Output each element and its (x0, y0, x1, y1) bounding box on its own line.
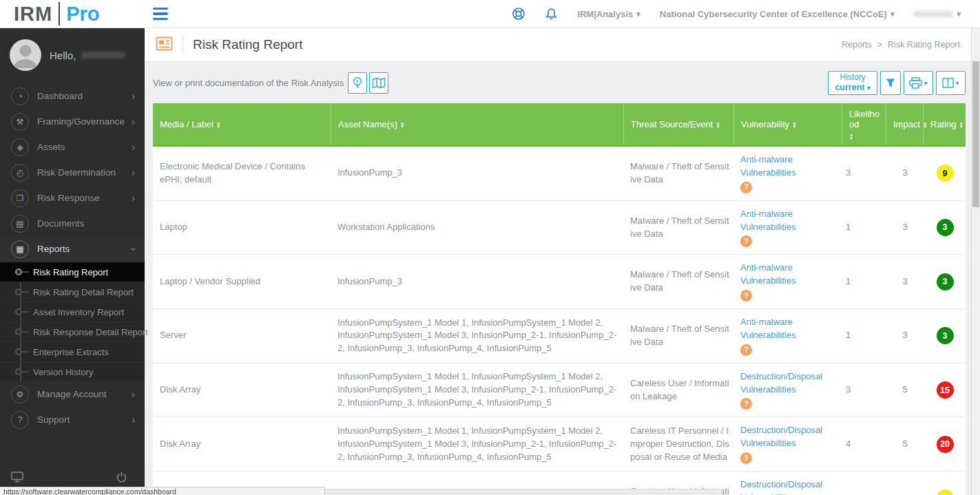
filter-funnel-button[interactable] (880, 71, 901, 95)
cell-rating: 9 (923, 158, 966, 189)
sidebar-item-label: Manage Account (37, 389, 132, 399)
sidebar-item-risk-determination[interactable]: ◴Risk Determination› (0, 160, 145, 185)
vulnerability-link[interactable]: Anti-malware Vulnerabilities (740, 209, 795, 232)
column-header-likelihood[interactable]: Likelihood▲▼ (842, 103, 886, 145)
horizontal-scrollbar-thumb[interactable] (315, 489, 723, 494)
chevron-right-icon: › (132, 116, 135, 127)
vertical-scrollbar[interactable] (971, 28, 980, 495)
sidebar-subitem-risk-rating-detail-report[interactable]: Risk Rating Detail Report (0, 282, 145, 302)
user-name-redacted (913, 11, 953, 17)
column-header-rating[interactable]: Rating▲▼ (923, 103, 966, 145)
sidebar: Hello, ◔Dashboard›⚒Framing/Governance›◈A… (0, 28, 145, 495)
organization-dropdown[interactable]: National Cybersecurity Center of Excelle… (660, 9, 895, 19)
sidebar-item-label: Framing/Governance (37, 116, 132, 127)
cell-media-label: Disk Array (153, 377, 331, 403)
table-header-row: Media / Label▲▼Asset Name(s)▲▼Threat Sou… (153, 103, 966, 147)
cell-likelihood: 1 (842, 268, 886, 295)
sidebar-item-support[interactable]: ?Support› (0, 407, 145, 432)
cell-impact: 3 (886, 268, 923, 295)
cell-media-label: Electronic Medical Device / Contains ePH… (153, 154, 331, 193)
tree-connector (22, 331, 29, 333)
vulnerability-link[interactable]: Destruction/Disposal Vulnerabilities (740, 371, 822, 394)
cell-likelihood: 1 (842, 214, 886, 241)
cell-threat-source: Careless User / Information Leakage (623, 370, 733, 410)
print-dropdown-button[interactable]: ▾ (904, 71, 933, 95)
column-header-impact[interactable]: Impact▲▼ (886, 103, 923, 145)
sort-icon: ▲▼ (216, 121, 220, 128)
help-lifering-icon[interactable] (512, 7, 525, 21)
vulnerability-link[interactable]: Destruction/Disposal Vulnerabilities (740, 479, 822, 495)
column-header-asset-name-s[interactable]: Asset Name(s)▲▼ (331, 103, 623, 145)
sidebar-item-framing-governance[interactable]: ⚒Framing/Governance› (0, 109, 145, 134)
logout-power-icon[interactable] (116, 472, 127, 485)
cell-vulnerability: Anti-malware Vulnerabilities? (733, 255, 842, 308)
columns-dropdown-button[interactable]: ▾ (936, 71, 966, 95)
help-question-icon[interactable]: ? (740, 182, 752, 193)
column-header-label: Threat Source/Event (631, 119, 713, 129)
kiosk-monitor-icon[interactable] (11, 472, 23, 485)
rating-badge: 3 (937, 219, 954, 236)
rating-badge: 8 (937, 489, 954, 495)
sidebar-subitem-asset-inventory-report[interactable]: Asset Inventory Report (0, 302, 145, 322)
gears-icon: ⚙ (11, 386, 29, 403)
cell-asset-names: Workstation Applications (331, 214, 623, 241)
column-header-vulnerability[interactable]: Vulnerability▲▼ (733, 103, 842, 145)
cell-impact: 3 (886, 160, 923, 187)
product-switcher-dropdown[interactable]: IRM|Analysis ▾ (577, 9, 640, 19)
table-row: Laptop / Vendor SuppliedInfusionPump_3Ma… (153, 255, 966, 309)
sidebar-item-assets[interactable]: ◈Assets› (0, 134, 145, 160)
sort-icon: ▲▼ (959, 121, 963, 128)
cell-asset-names: InfusionPump_3 (331, 268, 623, 295)
sidebar-subitem-risk-response-detail-report[interactable]: Risk Response Detail Report (0, 322, 145, 341)
help-question-icon[interactable]: ? (740, 398, 752, 410)
vulnerability-link[interactable]: Anti-malware Vulnerabilities (740, 154, 795, 178)
help-question-icon[interactable]: ? (740, 344, 752, 356)
sidebar-item-manage-account[interactable]: ⚙Manage Account› (0, 381, 145, 407)
sort-icon: ▲▼ (792, 121, 796, 128)
help-question-icon[interactable]: ? (740, 452, 752, 464)
cell-likelihood: 2 (842, 485, 886, 495)
sort-icon: ▲▼ (716, 121, 720, 128)
vulnerability-link[interactable]: Anti-malware Vulnerabilities (740, 317, 795, 340)
cell-likelihood: 1 (842, 322, 886, 349)
clipboard-icon: ❐ (11, 189, 29, 207)
map-documentation-button[interactable] (369, 72, 388, 94)
newspaper-icon: ▦ (11, 240, 29, 258)
sidebar-item-label: Reports (37, 244, 132, 254)
sidebar-nav-top: ◔Dashboard›⚒Framing/Governance›◈Assets›◴… (0, 83, 145, 236)
greeting-text: Hello, (50, 50, 76, 61)
tip-lightbulb-button[interactable] (348, 72, 367, 94)
sidebar-subitem-label: Risk Rating Detail Report (33, 287, 134, 297)
sidebar-subitem-risk-rating-report[interactable]: Risk Rating Report (0, 262, 145, 282)
column-header-threat-source-event[interactable]: Threat Source/Event▲▼ (623, 103, 733, 145)
cell-rating: 3 (923, 320, 966, 351)
risk-rating-table: Media / Label▲▼Asset Name(s)▲▼Threat Sou… (153, 103, 966, 495)
toolbar-hint: View or print documentation of the Risk … (153, 78, 344, 88)
cell-media-label: Laptop (153, 214, 331, 241)
vulnerability-link[interactable]: Anti-malware Vulnerabilities (740, 262, 795, 286)
sidebar-subitem-enterprise-extracts[interactable]: Enterprise Extracts (0, 341, 145, 361)
breadcrumb-separator: > (877, 40, 882, 50)
title-divider (183, 36, 183, 54)
rating-badge: 9 (937, 165, 954, 182)
user-dropdown[interactable]: ▾ (913, 10, 961, 19)
sidebar-item-documents[interactable]: ▤Documents (0, 211, 145, 236)
breadcrumb-reports[interactable]: Reports (842, 40, 872, 50)
column-header-label: Impact (893, 119, 920, 129)
vulnerability-link[interactable]: Destruction/Disposal Vulnerabilities (740, 425, 822, 448)
sidebar-subitem-version-history[interactable]: Version History (0, 361, 145, 381)
notifications-bell-icon[interactable] (545, 7, 558, 21)
cell-rating: 15 (923, 375, 966, 406)
column-header-media-label[interactable]: Media / Label▲▼ (153, 103, 331, 145)
sidebar-item-reports[interactable]: ▦ Reports › (0, 236, 145, 262)
sidebar-item-dashboard[interactable]: ◔Dashboard› (0, 83, 145, 109)
menu-toggle-icon[interactable] (153, 8, 168, 21)
question-icon: ? (11, 411, 29, 429)
chevron-down-icon: › (127, 247, 138, 251)
help-question-icon[interactable]: ? (740, 235, 752, 247)
history-version-dropdown[interactable]: History current ▾ (828, 71, 877, 95)
help-question-icon[interactable]: ? (740, 290, 752, 302)
sidebar-item-risk-response[interactable]: ❐Risk Response› (0, 185, 145, 211)
vertical-scrollbar-thumb[interactable] (972, 61, 979, 207)
cell-likelihood: 3 (842, 377, 886, 403)
